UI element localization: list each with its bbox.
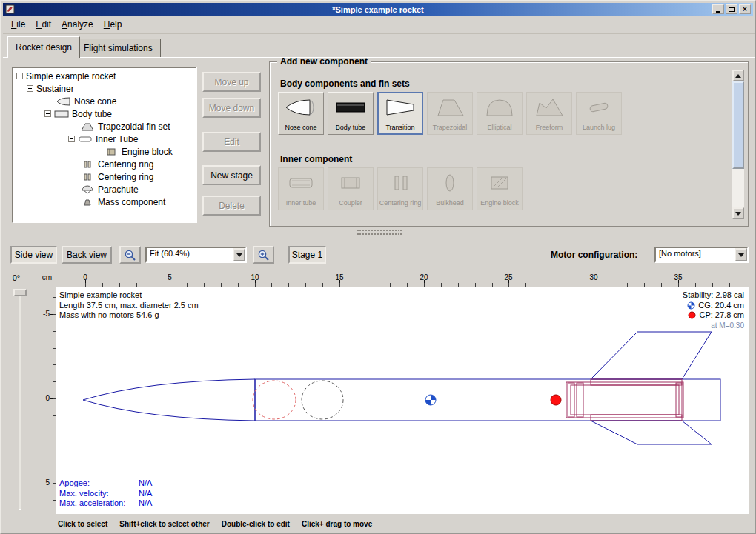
tree-item-label: Inner Tube <box>96 134 138 144</box>
tree-item-fin-set[interactable]: Trapezoidal fin set <box>15 120 196 133</box>
tree-item-label: Nose cone <box>74 96 116 107</box>
tree-item-rocket[interactable]: Simple example rocket <box>15 70 196 82</box>
collapse-icon[interactable] <box>16 73 23 79</box>
tree-item-mass-component[interactable]: Mass component <box>15 196 196 208</box>
menu-analyze[interactable]: Analyze <box>56 17 99 32</box>
zoom-level-select[interactable]: Fit (60.4%) <box>145 247 247 263</box>
stage-1-toggle[interactable]: Stage 1 <box>288 246 326 264</box>
zoom-in-button[interactable] <box>253 246 274 264</box>
rotation-slider-track <box>19 290 21 510</box>
motor-configuration-value: [No motors] <box>656 248 735 261</box>
minimize-button[interactable] <box>712 4 724 14</box>
ruler-tick-label: 15 <box>335 273 343 281</box>
component-panel-scrollbar[interactable] <box>732 70 744 219</box>
tree-item-nose-cone[interactable]: Nose cone <box>15 95 196 107</box>
menu-file[interactable]: File <box>6 17 30 32</box>
menu-help[interactable]: Help <box>99 17 127 32</box>
tree-item-centering-ring-2[interactable]: Centering ring <box>15 170 196 183</box>
add-centering-ring-button[interactable]: Centering ring <box>377 167 423 210</box>
zoom-out-button[interactable] <box>119 246 141 264</box>
tab-label: Rocket design <box>16 42 72 53</box>
scroll-up-button[interactable] <box>732 70 744 81</box>
tree-item-centering-ring-1[interactable]: Centering ring <box>15 158 196 170</box>
collapse-icon[interactable] <box>27 85 33 92</box>
tree-item-stage[interactable]: Sustainer <box>15 82 196 95</box>
fin-set-icon <box>80 122 95 131</box>
freeform-fin-icon <box>533 96 566 119</box>
button-label: Launch lug <box>583 124 615 131</box>
parachute-icon <box>80 185 95 194</box>
scroll-down-button[interactable] <box>732 207 744 219</box>
button-label: Edit <box>224 137 239 147</box>
add-transition-button[interactable]: Transition <box>377 92 423 135</box>
button-label: Delete <box>219 201 245 211</box>
collapse-icon[interactable] <box>44 110 51 117</box>
maximize-button[interactable] <box>726 4 737 14</box>
dropdown-button[interactable] <box>735 248 747 261</box>
ruler-tick-label: 35 <box>674 273 682 281</box>
title-bar[interactable]: *Simple example rocket × <box>3 3 753 16</box>
ruler-tick-label: -5 <box>43 310 50 318</box>
rocket-drawing[interactable] <box>56 287 749 514</box>
dropdown-button[interactable] <box>233 248 245 261</box>
motor-configuration-select[interactable]: [No motors] <box>654 247 749 263</box>
arrow-up-icon <box>735 74 741 78</box>
tab-label: Flight simulations <box>84 43 153 53</box>
stability-block: Stability: 2.98 cal CG: 20.4 cm CP: 27.8… <box>683 290 744 330</box>
add-launch-lug-button[interactable]: Launch lug <box>576 92 622 135</box>
hint-double-click: Double-click to edit <box>222 520 290 528</box>
inner-tube-icon <box>285 172 317 194</box>
button-label: Move down <box>209 103 254 113</box>
move-up-button[interactable]: Move up <box>202 72 261 92</box>
tree-item-body-tube[interactable]: Body tube <box>15 107 196 120</box>
add-inner-tube-button[interactable]: Inner tube <box>278 167 324 210</box>
add-freeform-fin-button[interactable]: Freeform <box>526 92 572 135</box>
close-button[interactable]: × <box>739 4 751 14</box>
tree-item-engine-block[interactable]: Engine block <box>15 145 196 158</box>
centering-ring-icon <box>80 173 95 181</box>
add-bulkhead-button[interactable]: Bulkhead <box>427 167 473 210</box>
body-tube-icon <box>54 110 69 119</box>
back-view-button[interactable]: Back view <box>62 246 112 264</box>
new-stage-button[interactable]: New stage <box>202 165 261 185</box>
collapse-icon[interactable] <box>68 136 75 142</box>
ruler-tick-label: 20 <box>420 273 428 281</box>
menu-edit[interactable]: Edit <box>30 17 56 32</box>
hint-click-drag: Click+ drag to move <box>302 520 372 528</box>
button-label: New stage <box>210 170 253 181</box>
close-icon: × <box>743 6 747 13</box>
nose-cone-icon <box>285 96 317 119</box>
zoom-out-icon <box>124 249 136 261</box>
rotation-slider-handle[interactable] <box>13 289 27 296</box>
tab-rocket-design[interactable]: Rocket design <box>7 36 80 58</box>
add-elliptical-fin-button[interactable]: Elliptical <box>477 92 523 135</box>
side-view-button[interactable]: Side view <box>10 246 57 264</box>
edit-button[interactable]: Edit <box>202 132 261 152</box>
delete-button[interactable]: Delete <box>202 196 261 216</box>
zoom-in-icon <box>257 249 270 261</box>
move-down-button[interactable]: Move down <box>202 98 261 118</box>
add-trapezoidal-fin-button[interactable]: Trapezoidal <box>427 92 473 135</box>
add-engine-block-button[interactable]: Engine block <box>477 167 523 210</box>
centering-ring-icon <box>384 172 417 194</box>
tab-flight-simulations[interactable]: Flight simulations <box>76 39 161 58</box>
button-label: Side view <box>15 250 53 260</box>
tree-item-label: Trapezoidal fin set <box>98 121 170 132</box>
add-body-tube-button[interactable]: Body tube <box>328 92 374 135</box>
component-tree: Simple example rocket Sustainer Nose con… <box>12 67 197 223</box>
window-title: *Simple example rocket <box>3 5 753 14</box>
tree-item-parachute[interactable]: Parachute <box>15 183 196 196</box>
add-nose-cone-button[interactable]: Nose cone <box>278 92 324 135</box>
rocket-design-canvas[interactable]: Simple example rocket Length 37.5 cm, ma… <box>56 287 749 514</box>
menu-bar: File Edit Analyze Help <box>3 16 756 34</box>
inner-component-label: Inner component <box>280 154 352 164</box>
tree-item-inner-tube[interactable]: Inner Tube <box>15 133 196 145</box>
engine-block-icon <box>104 147 119 156</box>
add-coupler-button[interactable]: Coupler <box>328 167 374 210</box>
transition-icon <box>384 96 417 119</box>
splitter-handle[interactable] <box>357 230 402 235</box>
motor-configuration-label: Motor configuration: <box>551 250 637 260</box>
scrollbar-thumb[interactable] <box>732 81 744 169</box>
button-label: Back view <box>67 250 107 260</box>
rocket-dimensions: Length 37.5 cm, max. diameter 2.5 cm <box>59 301 199 311</box>
